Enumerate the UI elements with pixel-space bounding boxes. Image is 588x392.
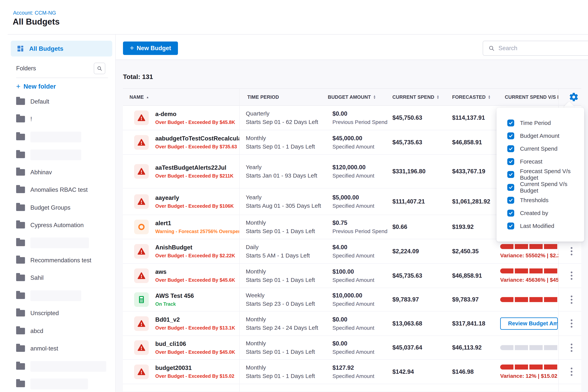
folder-item[interactable]: Sahil [16, 272, 44, 284]
new-folder-button[interactable]: + New folder [16, 82, 56, 90]
budget-name-cell: Bd01_v2Over Budget - Exceeded By $13.1K [123, 312, 239, 336]
search-input[interactable] [498, 45, 588, 52]
checkbox-checked-icon[interactable] [507, 120, 514, 126]
folder-item[interactable] [16, 360, 106, 372]
folder-item[interactable] [16, 290, 81, 302]
row-actions-cell [558, 288, 581, 311]
new-budget-button[interactable]: + New Budget [123, 42, 178, 55]
folder-item[interactable]: Budget Groups [16, 202, 70, 214]
folder-item[interactable] [16, 149, 81, 161]
column-setting-option[interactable]: Time Period [496, 116, 584, 129]
forecasted-cell: $146.98 [450, 360, 499, 384]
review-budget-button[interactable]: Review Budget Amount [500, 318, 558, 330]
budget-name-link[interactable]: budget20031 [155, 364, 234, 372]
budget-name-link[interactable]: AnishBudget [155, 244, 235, 251]
folder-item[interactable]: abcd [16, 325, 43, 337]
column-header-forecasted[interactable]: FORECASTED ▲▼ [450, 94, 499, 100]
folder-item[interactable]: anmol-test [16, 342, 58, 354]
folder-item[interactable]: Abhinav [16, 166, 52, 178]
column-header-current-spend[interactable]: CURRENT SPEND ▲▼ [390, 94, 450, 100]
column-settings-gear-icon[interactable] [569, 92, 579, 102]
folder-icon [16, 204, 25, 211]
table-row[interactable]: Bd01_v2Over Budget - Exceeded By $13.1KM… [123, 312, 581, 336]
checkbox-checked-icon[interactable] [507, 197, 514, 204]
table-row[interactable]: bud_cli106Over Budget - Exceeded By $45.… [123, 336, 581, 360]
folder-item[interactable]: Anomalies RBAC test [16, 184, 88, 196]
forecasted-value: $433,767.19 [452, 168, 485, 175]
budget-name-link[interactable]: bud_cli106 [155, 340, 235, 348]
folder-item[interactable]: Recommendations test [16, 254, 91, 266]
column-setting-option[interactable]: Last Modified [496, 220, 584, 232]
folder-label: Default [30, 98, 49, 105]
column-header-settings [558, 92, 581, 102]
row-menu-kebab-icon[interactable] [569, 270, 574, 282]
folder-search-button[interactable] [94, 63, 105, 74]
sort-icon: ▲▼ [488, 95, 490, 99]
column-setting-option[interactable]: Forecast Spend V/s Budget [496, 168, 584, 181]
period-type: Daily [246, 244, 327, 250]
budget-amount-value: $127.92 [332, 364, 390, 371]
budget-name-link[interactable]: aayearly [155, 194, 234, 202]
budget-amount-cell: $45,000.00Specified Amount [327, 130, 390, 154]
sidebar-item-all-budgets[interactable]: All Budgets [11, 41, 112, 56]
current-spend-cell: $13,063.68 [390, 312, 450, 336]
folder-item[interactable]: Default [16, 96, 49, 108]
column-header-time-period[interactable]: TIME PERIOD [239, 94, 327, 100]
checkbox-checked-icon[interactable] [507, 171, 514, 178]
warning-triangle-icon [134, 364, 149, 379]
table-row[interactable]: AnishBudgetOver Budget - Exceeded By $2.… [123, 239, 581, 264]
folders-heading: Folders [16, 65, 36, 72]
folder-icon [16, 169, 25, 176]
budget-amount-type: Specified Amount [332, 325, 390, 331]
row-actions-cell [558, 264, 581, 288]
column-header-name[interactable]: NAME ▲ [123, 94, 239, 100]
checkbox-checked-icon[interactable] [507, 158, 514, 165]
column-setting-label: Current Spend V/s Budget [520, 181, 584, 194]
folder-item[interactable]: Unscripted [16, 307, 59, 319]
budget-name-link[interactable]: alert1 [155, 220, 239, 227]
column-setting-option[interactable]: Thresholds [496, 194, 584, 206]
column-setting-option[interactable]: Budget Amount [496, 129, 584, 142]
budget-name-link[interactable]: aws [155, 268, 235, 275]
current-spend-cell: $9,783.97 [390, 288, 450, 311]
row-menu-kebab-icon[interactable] [569, 294, 574, 306]
table-row[interactable]: AWS Test 456On TrackWeeklyStarts Sep 23 … [123, 288, 581, 312]
checkbox-checked-icon[interactable] [507, 145, 514, 152]
warning-triangle-icon [134, 316, 149, 331]
folder-item[interactable] [16, 378, 88, 390]
budget-name-link[interactable]: Bd01_v2 [155, 316, 235, 323]
row-actions-cell [558, 336, 581, 359]
table-row[interactable]: awsOver Budget - Exceeded By $45.6KMonth… [123, 264, 581, 288]
folder-item[interactable]: Cypress Automation [16, 219, 84, 231]
budget-name-link[interactable]: AWS Test 456 [155, 292, 194, 300]
column-setting-option[interactable]: Created by [496, 206, 584, 220]
checkbox-checked-icon[interactable] [507, 222, 514, 230]
checkbox-checked-icon[interactable] [507, 210, 514, 216]
column-setting-option[interactable]: Current Spend V/s Budget [496, 181, 584, 194]
forecasted-cell: $114,137.91 [450, 106, 499, 130]
forecasted-cell: $9,783.97 [450, 288, 499, 311]
table-row[interactable]: budget20031Over Budget - Exceeded By $15… [123, 360, 581, 384]
time-period-cell: WeeklyStarts Sep 23 - 0 Days Left [239, 288, 327, 311]
column-header-budget-amount[interactable]: BUDGET AMOUNT ▲▼ [327, 94, 390, 100]
folder-item[interactable]: ! [16, 113, 32, 125]
budget-name-link[interactable]: aabudgetToTestCostRecalculation2 [155, 135, 239, 142]
row-menu-kebab-icon[interactable] [569, 342, 574, 354]
row-menu-kebab-icon[interactable] [569, 245, 574, 257]
column-header-spend-vs-budget[interactable]: CURRENT SPEND V/S BUDGET [499, 94, 558, 100]
column-setting-option[interactable]: Current Spend [496, 142, 584, 155]
column-setting-option[interactable]: Forecast [496, 155, 584, 168]
checkbox-checked-icon[interactable] [507, 132, 514, 139]
period-detail: Starts Sep 01 - 1 Days Left [246, 143, 327, 150]
budget-status-text: Over Budget - Exceeded By $45.8K [155, 120, 235, 125]
checkbox-checked-icon[interactable] [507, 184, 514, 191]
folder-item[interactable] [16, 131, 81, 143]
budget-name-link[interactable]: aaTestBudgetAlerts22Jul [155, 164, 234, 171]
breadcrumb-account-link[interactable]: Account: CCM-NG [13, 10, 56, 16]
folder-item[interactable] [16, 237, 89, 249]
row-menu-kebab-icon[interactable] [569, 318, 574, 330]
warning-triangle-icon [134, 194, 149, 209]
row-menu-kebab-icon[interactable] [569, 366, 574, 378]
budget-status-text: Over Budget - Exceeded By $106K [155, 203, 234, 209]
budget-name-link[interactable]: a-demo [155, 111, 235, 118]
